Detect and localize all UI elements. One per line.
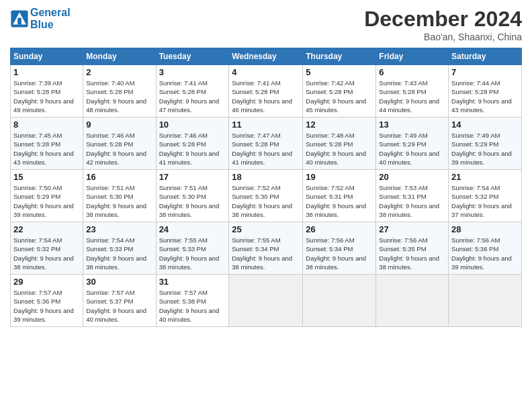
page-container: General Blue December 2024 Bao'an, Shaan…	[0, 0, 532, 334]
calendar-cell: 31 Sunrise: 7:57 AMSunset: 5:38 PMDaylig…	[156, 275, 229, 327]
cell-details: Sunrise: 7:51 AMSunset: 5:30 PMDaylight:…	[86, 184, 146, 218]
day-number: 1	[13, 67, 80, 77]
header: General Blue December 2024 Bao'an, Shaan…	[10, 7, 522, 42]
calendar-cell: 30 Sunrise: 7:57 AMSunset: 5:37 PMDaylig…	[83, 275, 156, 327]
calendar-table: Sunday Monday Tuesday Wednesday Thursday…	[10, 48, 522, 327]
cell-details: Sunrise: 7:43 AMSunset: 5:28 PMDaylight:…	[379, 79, 439, 113]
day-number: 13	[379, 120, 445, 130]
calendar-week-row: 1 Sunrise: 7:39 AMSunset: 5:28 PMDayligh…	[11, 65, 522, 118]
cell-details: Sunrise: 7:45 AMSunset: 5:28 PMDaylight:…	[13, 132, 74, 166]
cell-details: Sunrise: 7:41 AMSunset: 5:28 PMDaylight:…	[159, 79, 220, 113]
calendar-cell	[229, 275, 303, 327]
cell-details: Sunrise: 7:40 AMSunset: 5:28 PMDaylight:…	[86, 79, 146, 113]
calendar-cell: 21 Sunrise: 7:54 AMSunset: 5:32 PMDaylig…	[449, 170, 522, 222]
cell-details: Sunrise: 7:49 AMSunset: 5:29 PMDaylight:…	[451, 132, 512, 166]
day-number: 20	[379, 172, 445, 182]
cell-details: Sunrise: 7:50 AMSunset: 5:29 PMDaylight:…	[13, 184, 74, 218]
calendar-cell: 7 Sunrise: 7:44 AMSunset: 5:28 PMDayligh…	[449, 65, 522, 118]
calendar-cell: 12 Sunrise: 7:48 AMSunset: 5:28 PMDaylig…	[303, 118, 376, 170]
cell-details: Sunrise: 7:46 AMSunset: 5:28 PMDaylight:…	[86, 132, 146, 166]
day-number: 31	[159, 277, 226, 287]
calendar-week-row: 8 Sunrise: 7:45 AMSunset: 5:28 PMDayligh…	[11, 118, 522, 170]
cell-details: Sunrise: 7:41 AMSunset: 5:28 PMDaylight:…	[232, 79, 292, 113]
calendar-cell: 29 Sunrise: 7:57 AMSunset: 5:36 PMDaylig…	[11, 275, 83, 327]
day-number: 12	[306, 120, 373, 130]
calendar-cell: 28 Sunrise: 7:56 AMSunset: 5:36 PMDaylig…	[449, 222, 522, 275]
calendar-cell: 25 Sunrise: 7:55 AMSunset: 5:34 PMDaylig…	[229, 222, 303, 275]
calendar-cell	[303, 275, 376, 327]
header-tuesday: Tuesday	[156, 48, 229, 65]
day-number: 27	[379, 224, 445, 234]
day-number: 23	[86, 224, 152, 234]
month-title: December 2024	[364, 7, 522, 32]
logo: General Blue	[10, 7, 71, 30]
cell-details: Sunrise: 7:54 AMSunset: 5:32 PMDaylight:…	[13, 236, 74, 271]
day-number: 5	[306, 67, 373, 77]
calendar-cell: 10 Sunrise: 7:46 AMSunset: 5:28 PMDaylig…	[156, 118, 229, 170]
cell-details: Sunrise: 7:52 AMSunset: 5:30 PMDaylight:…	[232, 184, 292, 218]
calendar-cell: 20 Sunrise: 7:53 AMSunset: 5:31 PMDaylig…	[376, 170, 449, 222]
cell-details: Sunrise: 7:47 AMSunset: 5:28 PMDaylight:…	[232, 132, 292, 166]
day-number: 14	[451, 120, 519, 130]
calendar-cell: 26 Sunrise: 7:56 AMSunset: 5:34 PMDaylig…	[303, 222, 376, 275]
calendar-cell: 11 Sunrise: 7:47 AMSunset: 5:28 PMDaylig…	[229, 118, 303, 170]
calendar-cell: 18 Sunrise: 7:52 AMSunset: 5:30 PMDaylig…	[229, 170, 303, 222]
cell-details: Sunrise: 7:54 AMSunset: 5:32 PMDaylight:…	[451, 184, 512, 218]
day-number: 25	[232, 224, 300, 234]
calendar-cell: 24 Sunrise: 7:55 AMSunset: 5:33 PMDaylig…	[156, 222, 229, 275]
cell-details: Sunrise: 7:44 AMSunset: 5:28 PMDaylight:…	[451, 79, 512, 113]
day-number: 6	[379, 67, 445, 77]
cell-details: Sunrise: 7:54 AMSunset: 5:33 PMDaylight:…	[86, 236, 146, 271]
day-number: 28	[451, 224, 519, 234]
day-number: 7	[451, 67, 519, 77]
calendar-cell: 9 Sunrise: 7:46 AMSunset: 5:28 PMDayligh…	[83, 118, 156, 170]
calendar-cell: 1 Sunrise: 7:39 AMSunset: 5:28 PMDayligh…	[11, 65, 83, 118]
day-number: 2	[86, 67, 152, 77]
cell-details: Sunrise: 7:57 AMSunset: 5:38 PMDaylight:…	[159, 289, 220, 323]
day-number: 4	[232, 67, 300, 77]
header-friday: Friday	[376, 48, 449, 65]
calendar-week-row: 22 Sunrise: 7:54 AMSunset: 5:32 PMDaylig…	[11, 222, 522, 275]
calendar-cell: 5 Sunrise: 7:42 AMSunset: 5:28 PMDayligh…	[303, 65, 376, 118]
header-saturday: Saturday	[449, 48, 522, 65]
calendar-cell: 17 Sunrise: 7:51 AMSunset: 5:30 PMDaylig…	[156, 170, 229, 222]
location: Bao'an, Shaanxi, China	[364, 32, 522, 42]
calendar-cell: 23 Sunrise: 7:54 AMSunset: 5:33 PMDaylig…	[83, 222, 156, 275]
cell-details: Sunrise: 7:51 AMSunset: 5:30 PMDaylight:…	[159, 184, 220, 218]
header-sunday: Sunday	[11, 48, 83, 65]
header-monday: Monday	[83, 48, 156, 65]
calendar-week-row: 29 Sunrise: 7:57 AMSunset: 5:36 PMDaylig…	[11, 275, 522, 327]
calendar-cell	[376, 275, 449, 327]
cell-details: Sunrise: 7:46 AMSunset: 5:28 PMDaylight:…	[159, 132, 220, 166]
day-number: 3	[159, 67, 226, 77]
day-number: 24	[159, 224, 226, 234]
day-number: 22	[13, 224, 80, 234]
cell-details: Sunrise: 7:57 AMSunset: 5:37 PMDaylight:…	[86, 289, 146, 323]
day-number: 19	[306, 172, 373, 182]
calendar-cell: 19 Sunrise: 7:52 AMSunset: 5:31 PMDaylig…	[303, 170, 376, 222]
day-number: 9	[86, 120, 152, 130]
calendar-cell: 16 Sunrise: 7:51 AMSunset: 5:30 PMDaylig…	[83, 170, 156, 222]
cell-details: Sunrise: 7:55 AMSunset: 5:34 PMDaylight:…	[232, 236, 292, 271]
header-wednesday: Wednesday	[229, 48, 303, 65]
cell-details: Sunrise: 7:56 AMSunset: 5:35 PMDaylight:…	[379, 236, 439, 271]
calendar-week-row: 15 Sunrise: 7:50 AMSunset: 5:29 PMDaylig…	[11, 170, 522, 222]
cell-details: Sunrise: 7:55 AMSunset: 5:33 PMDaylight:…	[159, 236, 220, 271]
calendar-cell: 15 Sunrise: 7:50 AMSunset: 5:29 PMDaylig…	[11, 170, 83, 222]
day-number: 30	[86, 277, 152, 287]
cell-details: Sunrise: 7:48 AMSunset: 5:28 PMDaylight:…	[306, 132, 366, 166]
calendar-cell: 2 Sunrise: 7:40 AMSunset: 5:28 PMDayligh…	[83, 65, 156, 118]
svg-rect-2	[17, 17, 21, 24]
cell-details: Sunrise: 7:53 AMSunset: 5:31 PMDaylight:…	[379, 184, 439, 218]
day-number: 29	[13, 277, 80, 287]
day-number: 8	[13, 120, 80, 130]
cell-details: Sunrise: 7:57 AMSunset: 5:36 PMDaylight:…	[13, 289, 74, 323]
calendar-cell: 22 Sunrise: 7:54 AMSunset: 5:32 PMDaylig…	[11, 222, 83, 275]
day-number: 16	[86, 172, 152, 182]
calendar-cell: 3 Sunrise: 7:41 AMSunset: 5:28 PMDayligh…	[156, 65, 229, 118]
day-number: 26	[306, 224, 373, 234]
cell-details: Sunrise: 7:56 AMSunset: 5:36 PMDaylight:…	[451, 236, 512, 271]
title-block: December 2024 Bao'an, Shaanxi, China	[364, 7, 522, 42]
cell-details: Sunrise: 7:49 AMSunset: 5:29 PMDaylight:…	[379, 132, 439, 166]
logo-text: General Blue	[30, 7, 71, 30]
